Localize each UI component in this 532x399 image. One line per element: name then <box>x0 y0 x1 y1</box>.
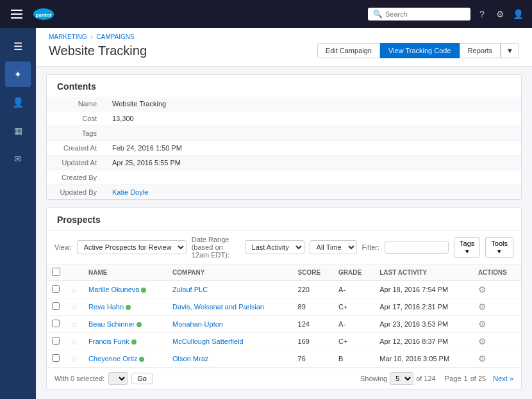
field-label-name: Name <box>47 97 104 111</box>
row-checkbox-cell <box>47 298 65 316</box>
prospects-table: NAME COMPANY SCORE GRADE LAST ACTIVITY A… <box>47 265 521 368</box>
next-link[interactable]: Next » <box>493 375 513 382</box>
company-link[interactable]: McCullough Satterfield <box>172 338 244 345</box>
row-checkbox[interactable] <box>52 337 60 345</box>
edit-campaign-button[interactable]: Edit Campaign <box>317 43 380 58</box>
company-link[interactable]: Davis, Weissnat and Parisian <box>172 303 264 311</box>
row-checkbox-cell <box>47 316 65 333</box>
row-company-cell: Monahan-Upton <box>167 316 293 333</box>
sidebar-item-reports[interactable]: ▦ <box>5 118 31 143</box>
search-box[interactable]: 🔍 <box>368 8 470 20</box>
gear-icon[interactable]: ⚙ <box>478 319 486 329</box>
bulk-action-select[interactable] <box>108 372 128 385</box>
sidebar-item-people[interactable]: 👤 <box>5 90 31 115</box>
row-checkbox[interactable] <box>52 285 60 293</box>
view-select[interactable]: Active Prospects for Review <box>77 240 187 254</box>
gear-icon[interactable]: ⚙ <box>478 302 486 312</box>
tools-button[interactable]: Tools ▾ <box>485 237 513 258</box>
company-link[interactable]: Zulouf PLC <box>172 286 208 293</box>
content-area: MARKETING › CAMPAIGNS Website Tracking E… <box>36 28 532 399</box>
row-checkbox[interactable] <box>52 302 60 310</box>
gear-icon[interactable]: ⚙ <box>478 354 486 364</box>
row-company-cell: McCullough Satterfield <box>167 333 293 350</box>
breadcrumb-campaigns[interactable]: CAMPAIGNS <box>96 33 134 40</box>
row-actions-cell: ⚙ <box>473 316 521 333</box>
row-grade-cell: C+ <box>333 298 374 316</box>
prospect-name-link[interactable]: Reva Hahn <box>88 303 124 311</box>
view-tracking-code-button[interactable]: View Tracking Code <box>380 43 460 58</box>
topbar-left: pardot <box>8 5 362 23</box>
field-value-name: Website Tracking <box>104 97 521 111</box>
updated-by-link[interactable]: Katie Doyle <box>112 188 148 196</box>
go-button[interactable]: Go <box>131 373 153 384</box>
search-input[interactable] <box>385 10 462 18</box>
sidebar-item-menu[interactable]: ☰ <box>5 33 31 59</box>
per-page-select[interactable]: 5 <box>390 372 413 385</box>
gear-icon[interactable]: ⚙ <box>478 336 486 346</box>
user-icon[interactable]: 👤 <box>511 8 524 20</box>
gear-icon[interactable]: ⚙ <box>478 284 486 295</box>
row-company-cell: Olson Mraz <box>167 350 293 368</box>
company-link[interactable]: Monahan-Upton <box>172 320 223 328</box>
table-row: Cost 13,300 <box>47 111 521 126</box>
star-icon[interactable]: ☆ <box>71 302 78 312</box>
reports-button[interactable]: Reports <box>460 43 501 58</box>
page-title: Website Tracking <box>49 44 147 58</box>
person-badge <box>141 288 146 293</box>
main-layout: ☰ ✦ 👤 ▦ ✉ MARKETING › CAMPAIGNS Website … <box>0 28 532 399</box>
row-score-cell: 169 <box>293 333 333 350</box>
field-value-tags <box>104 126 521 141</box>
footer-right: Showing 5 of 124 Page 1 of 25 Next » <box>360 372 513 385</box>
prospect-name-link[interactable]: Francis Funk <box>88 338 129 345</box>
hamburger-button[interactable] <box>8 5 26 23</box>
prospect-name-link[interactable]: Marille Okuneva <box>88 286 139 293</box>
sidebar-item-messages[interactable]: ✉ <box>5 146 31 172</box>
row-star-cell: ☆ <box>65 333 83 350</box>
table-row: ☆ Francis Funk McCullough Satterfield 16… <box>47 333 521 350</box>
filter-input[interactable] <box>385 241 449 254</box>
row-score-cell: 76 <box>293 350 333 368</box>
row-activity-cell: Apr 12, 2016 8:37 PM <box>374 333 473 350</box>
table-row: ☆ Beau Schinner Monahan-Upton 124 A- Apr… <box>47 316 521 333</box>
table-row: Updated By Katie Doyle <box>47 185 521 200</box>
topbar-right: 🔍 ? ⚙ 👤 <box>368 8 524 20</box>
field-label-created-at: Created At <box>47 141 104 156</box>
sidebar-item-dashboard[interactable]: ✦ <box>5 61 31 87</box>
select-all-checkbox[interactable] <box>52 268 60 276</box>
field-label-created-by: Created By <box>47 170 104 185</box>
prospect-name-link[interactable]: Beau Schinner <box>88 320 135 328</box>
row-name-cell: Cheyenne Ortiz <box>83 350 167 368</box>
table-row: Tags <box>47 126 521 141</box>
star-icon[interactable]: ☆ <box>71 354 78 364</box>
page-num: 1 <box>464 375 468 382</box>
company-link[interactable]: Olson Mraz <box>172 355 208 362</box>
prospects-section-title: Prospects <box>47 208 521 231</box>
row-company-cell: Davis, Weissnat and Parisian <box>167 298 293 316</box>
settings-icon[interactable]: ⚙ <box>494 8 506 20</box>
tags-button[interactable]: Tags ▾ <box>454 237 480 258</box>
star-icon[interactable]: ☆ <box>71 285 78 295</box>
reports-dropdown-button[interactable]: ▼ <box>501 43 519 58</box>
prospect-name-link[interactable]: Cheyenne Ortiz <box>88 355 137 362</box>
row-actions-cell: ⚙ <box>473 281 521 298</box>
field-label-cost: Cost <box>47 111 104 126</box>
table-row: Created By <box>47 170 521 185</box>
field-label-tags: Tags <box>47 126 104 141</box>
row-grade-cell: B <box>333 350 374 368</box>
row-checkbox-cell <box>47 333 65 350</box>
person-badge <box>137 322 142 327</box>
row-score-cell: 89 <box>293 298 333 316</box>
row-actions-cell: ⚙ <box>473 298 521 316</box>
activity-select[interactable]: Last Activity <box>245 240 304 254</box>
time-select[interactable]: All Time <box>310 240 357 254</box>
star-icon[interactable]: ☆ <box>71 320 78 329</box>
star-icon[interactable]: ☆ <box>71 337 78 346</box>
row-grade-cell: C+ <box>333 333 374 350</box>
table-row: ☆ Marille Okuneva Zulouf PLC 220 A- Apr … <box>47 281 521 298</box>
logo-icon: pardot <box>32 7 55 21</box>
help-icon[interactable]: ? <box>476 8 488 20</box>
row-checkbox[interactable] <box>52 320 60 327</box>
with-selected-label: With 0 selected: <box>54 375 104 382</box>
breadcrumb-marketing[interactable]: MARKETING <box>49 33 87 40</box>
row-checkbox[interactable] <box>52 354 60 362</box>
